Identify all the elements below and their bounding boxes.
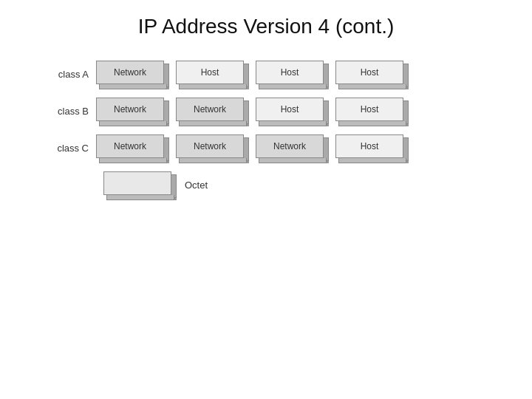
box-bottom-shadow: [179, 84, 247, 89]
box-0-2: Host: [256, 61, 330, 87]
box-face-2-3: Host: [335, 134, 403, 158]
box-face-2-1: Network: [176, 134, 244, 158]
box-face-0-3: Host: [335, 61, 403, 84]
box-face-0-0: Network: [96, 61, 164, 84]
box-1-2: Host: [256, 98, 330, 124]
box-bottom-shadow: [259, 84, 327, 89]
box-face-0-2: Host: [256, 61, 324, 84]
row-class-A: class ANetworkHostHostHost: [44, 61, 517, 87]
box-face-1-3: Host: [335, 98, 403, 121]
box-2-0: Network: [96, 134, 170, 161]
box-bottom-shadow: [338, 158, 406, 163]
row-label-1: class B: [44, 106, 96, 117]
box-bottom-shadow: [179, 158, 247, 163]
row-label-2: class C: [44, 143, 96, 154]
row-label-0: class A: [44, 69, 96, 80]
row-class-C: class CNetworkNetworkNetworkHost: [44, 134, 517, 161]
legend-box: [103, 171, 177, 198]
box-bottom-shadow: [179, 121, 247, 126]
box-face-1-1: Network: [176, 98, 244, 121]
legend-box-face: [103, 171, 171, 195]
box-1-3: Host: [335, 98, 409, 124]
box-bottom-shadow: [99, 158, 167, 163]
box-0-0: Network: [96, 61, 170, 87]
box-face-2-2: Network: [256, 134, 324, 158]
box-face-0-1: Host: [176, 61, 244, 84]
page: IP Address Version 4 (cont.) class ANetw…: [0, 0, 532, 399]
box-0-1: Host: [176, 61, 250, 87]
box-bottom-shadow: [338, 84, 406, 89]
legend-box-bottom: [106, 195, 174, 200]
box-2-3: Host: [335, 134, 409, 161]
box-2-1: Network: [176, 134, 250, 161]
legend-row: Octet: [103, 171, 517, 198]
box-2-2: Network: [256, 134, 330, 161]
box-face-2-0: Network: [96, 134, 164, 158]
diagram: class ANetworkHostHostHostclass BNetwork…: [44, 61, 517, 198]
octet-label: Octet: [185, 180, 208, 191]
row-class-B: class BNetworkNetworkHostHost: [44, 98, 517, 124]
box-bottom-shadow: [259, 121, 327, 126]
box-bottom-shadow: [259, 158, 327, 163]
box-1-0: Network: [96, 98, 170, 124]
box-bottom-shadow: [99, 84, 167, 89]
box-1-1: Network: [176, 98, 250, 124]
box-face-1-0: Network: [96, 98, 164, 121]
box-0-3: Host: [335, 61, 409, 87]
page-title: IP Address Version 4 (cont.): [30, 15, 502, 38]
box-face-1-2: Host: [256, 98, 324, 121]
box-bottom-shadow: [338, 121, 406, 126]
box-bottom-shadow: [99, 121, 167, 126]
